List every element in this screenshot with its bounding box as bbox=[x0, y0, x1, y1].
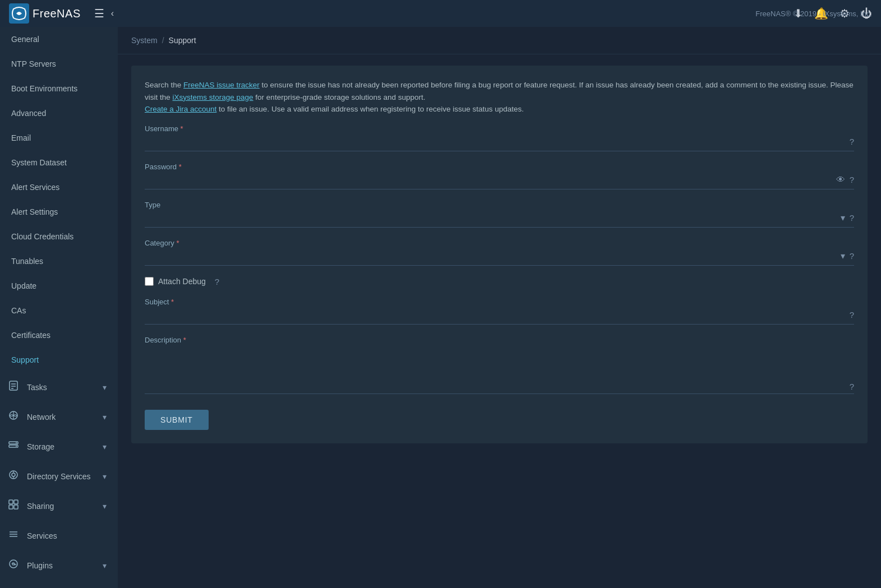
sidebar-item-ntp-servers[interactable]: NTP Servers bbox=[0, 52, 118, 76]
copyright-text: FreeNAS® © 2019 - iXsystems, Inc. bbox=[755, 10, 872, 18]
sidebar-item-label: Sharing bbox=[27, 502, 54, 511]
sidebar-item-directory-services[interactable]: Directory Services ▾ bbox=[0, 461, 118, 491]
sidebar-item-tasks[interactable]: Tasks ▾ bbox=[0, 372, 118, 402]
create-jira-account-link[interactable]: Create a Jira account bbox=[145, 105, 216, 113]
breadcrumb: System / Support bbox=[118, 27, 881, 54]
sidebar-item-label: Update bbox=[11, 281, 36, 290]
sidebar-toggle-icon[interactable]: ‹ bbox=[111, 8, 114, 18]
svg-rect-17 bbox=[9, 505, 13, 509]
username-input[interactable] bbox=[145, 135, 845, 149]
submit-button[interactable]: SUBMIT bbox=[145, 410, 209, 430]
attach-debug-checkbox[interactable] bbox=[145, 277, 154, 286]
sidebar-item-system-dataset[interactable]: System Dataset bbox=[0, 150, 118, 175]
chevron-down-icon: ▾ bbox=[103, 472, 107, 481]
category-field-row: Category * Storage Network Security ▾ ? bbox=[145, 239, 854, 266]
category-label: Category * bbox=[145, 239, 854, 247]
attach-debug-help-icon[interactable]: ? bbox=[215, 277, 219, 286]
sidebar-item-advanced[interactable]: Advanced bbox=[0, 101, 118, 126]
intro-text-mid2: for enterprise-grade storage solutions a… bbox=[253, 93, 426, 101]
type-select-wrapper: Bug Feature Request ▾ ? bbox=[145, 211, 854, 228]
services-icon bbox=[7, 529, 20, 543]
sidebar-item-label: Support bbox=[11, 355, 39, 364]
network-icon bbox=[7, 410, 20, 424]
description-textarea-wrapper: ? bbox=[145, 346, 854, 394]
sidebar-item-label: Services bbox=[27, 531, 57, 540]
category-help-icon[interactable]: ? bbox=[850, 251, 854, 261]
sidebar-item-label: Alert Services bbox=[11, 183, 59, 192]
sidebar-item-label: Network bbox=[27, 413, 56, 422]
description-help-icon[interactable]: ? bbox=[850, 382, 854, 391]
description-label: Description * bbox=[145, 336, 854, 344]
subject-help-icon[interactable]: ? bbox=[850, 310, 854, 320]
sidebar-item-tunables[interactable]: Tunables bbox=[0, 249, 118, 274]
subject-label: Subject * bbox=[145, 298, 854, 306]
svg-rect-16 bbox=[14, 500, 18, 504]
sidebar-item-alert-settings[interactable]: Alert Settings bbox=[0, 200, 118, 224]
sidebar-item-storage[interactable]: Storage ▾ bbox=[0, 432, 118, 461]
category-select[interactable]: Storage Network Security bbox=[145, 249, 838, 263]
chevron-down-icon: ▾ bbox=[103, 413, 107, 422]
tasks-icon bbox=[7, 380, 20, 394]
sharing-icon bbox=[7, 499, 20, 513]
password-label: Password * bbox=[145, 163, 854, 171]
type-help-icon[interactable]: ? bbox=[850, 213, 854, 223]
directory-services-icon bbox=[7, 469, 20, 483]
hamburger-menu-icon[interactable]: ☰ bbox=[94, 7, 104, 20]
username-field-row: Username * ? bbox=[145, 124, 854, 151]
intro-text: Search the FreeNAS issue tracker to ensu… bbox=[145, 79, 854, 115]
type-label: Type bbox=[145, 201, 854, 209]
subject-input[interactable] bbox=[145, 308, 845, 322]
sidebar-item-general[interactable]: General bbox=[0, 27, 118, 52]
sidebar-item-email[interactable]: Email bbox=[0, 126, 118, 150]
password-visibility-toggle-icon[interactable]: 👁 bbox=[836, 175, 845, 185]
type-field-row: Type Bug Feature Request ▾ ? bbox=[145, 201, 854, 228]
category-dropdown-arrow-icon: ▾ bbox=[841, 251, 845, 261]
main-layout: General NTP Servers Boot Environments Ad… bbox=[0, 27, 881, 588]
sidebar-item-sharing[interactable]: Sharing ▾ bbox=[0, 491, 118, 521]
logo: FreeNAS bbox=[9, 3, 81, 24]
breadcrumb-current: Support bbox=[169, 36, 196, 45]
sidebar-item-label: Tunables bbox=[11, 257, 43, 266]
intro-text-line1: Search the bbox=[145, 81, 183, 89]
sidebar-item-support[interactable]: Support bbox=[0, 348, 118, 372]
type-select[interactable]: Bug Feature Request bbox=[145, 211, 838, 225]
sidebar-item-boot-environments[interactable]: Boot Environments bbox=[0, 76, 118, 101]
sidebar-item-alert-services[interactable]: Alert Services bbox=[0, 175, 118, 200]
chevron-down-icon: ▾ bbox=[103, 502, 107, 511]
sidebar-item-label: Storage bbox=[27, 442, 54, 451]
sidebar-item-cas[interactable]: CAs bbox=[0, 298, 118, 323]
password-input-wrapper: 👁 ? bbox=[145, 173, 854, 189]
sidebar-item-label: Directory Services bbox=[27, 472, 91, 481]
sidebar-item-network[interactable]: Network ▾ bbox=[0, 402, 118, 432]
username-label: Username * bbox=[145, 124, 854, 133]
intro-text-line2-post: to file an issue. Use a valid email addr… bbox=[216, 105, 524, 113]
app-name: FreeNAS bbox=[33, 7, 81, 20]
sidebar-item-cloud-credentials[interactable]: Cloud Credentials bbox=[0, 224, 118, 249]
sidebar-item-label: Advanced bbox=[11, 109, 46, 118]
sidebar-item-label: Plugins bbox=[27, 561, 53, 570]
chevron-down-icon: ▾ bbox=[103, 442, 107, 451]
plugins-icon bbox=[7, 558, 20, 572]
sidebar-item-services[interactable]: Services bbox=[0, 521, 118, 550]
sidebar-item-certificates[interactable]: Certificates bbox=[0, 323, 118, 348]
freenas-issue-tracker-link[interactable]: FreeNAS issue tracker bbox=[183, 81, 260, 89]
description-textarea[interactable] bbox=[145, 346, 854, 391]
breadcrumb-parent[interactable]: System bbox=[131, 36, 158, 45]
password-input[interactable] bbox=[145, 173, 832, 187]
password-help-icon[interactable]: ? bbox=[850, 175, 854, 184]
category-select-wrapper: Storage Network Security ▾ ? bbox=[145, 249, 854, 266]
svg-rect-18 bbox=[14, 505, 18, 509]
username-help-icon[interactable]: ? bbox=[850, 137, 854, 146]
sidebar-item-plugins[interactable]: Plugins ▾ bbox=[0, 550, 118, 580]
sidebar-item-label: General bbox=[11, 35, 39, 44]
freenas-logo-icon bbox=[9, 3, 29, 24]
chevron-down-icon: ▾ bbox=[103, 561, 107, 570]
attach-debug-label[interactable]: Attach Debug bbox=[158, 277, 206, 286]
chevron-down-icon: ▾ bbox=[103, 383, 107, 392]
description-field-row: Description * ? bbox=[145, 336, 854, 394]
sidebar-item-label: Alert Settings bbox=[11, 207, 58, 216]
sidebar-item-update[interactable]: Update bbox=[0, 274, 118, 298]
sidebar-item-label: Tasks bbox=[27, 383, 47, 392]
ixsystems-storage-link[interactable]: iXsystems storage page bbox=[173, 93, 253, 101]
sidebar-item-label: CAs bbox=[11, 306, 26, 315]
